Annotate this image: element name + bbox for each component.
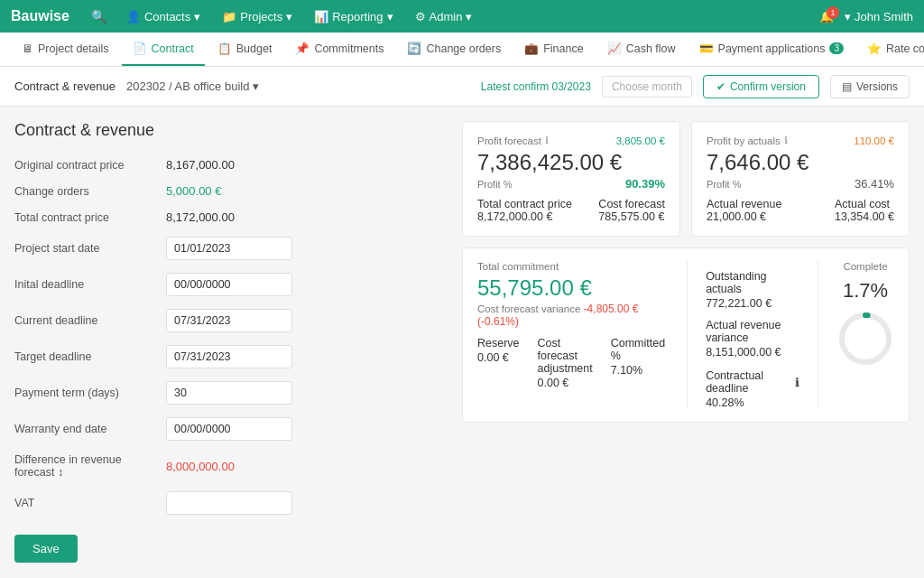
- field-label: Difference in revenue forecast ↕: [14, 453, 159, 479]
- chevron-down-icon: ▾: [194, 10, 200, 23]
- secondary-nav: 🖥 Project details 📄 Contract 📋 Budget 📌 …: [0, 33, 924, 67]
- actual-cost-sub: Actual cost 13,354.00 €: [835, 198, 894, 223]
- field-label: Current deadline: [14, 314, 159, 327]
- profit-forecast-value: 7,386,425.00 €: [477, 150, 622, 175]
- profit-actuals-badge: 110.00 €: [854, 135, 894, 146]
- field-warranty-end-date: Warranty end date: [14, 417, 448, 441]
- tab-project-details[interactable]: 🖥 Project details: [11, 33, 120, 66]
- info-icon[interactable]: ℹ: [784, 135, 788, 146]
- chevron-down-icon: ▾: [286, 10, 292, 23]
- commitment-right: Outstanding actuals 772,221.00 € Actual …: [687, 261, 894, 409]
- save-button[interactable]: Save: [14, 535, 78, 563]
- choose-month[interactable]: Choose month: [602, 76, 692, 98]
- reporting-icon: 📊: [314, 10, 328, 23]
- complete-label: Complete: [843, 261, 887, 272]
- versions-button[interactable]: ▤ Versions: [830, 75, 910, 98]
- budget-icon: 📋: [217, 42, 232, 55]
- payment-term-input[interactable]: [166, 381, 292, 405]
- change-orders-link[interactable]: 5,000.00 €: [166, 184, 221, 198]
- committed-pct-metric: Committed % 7.10%: [611, 335, 665, 389]
- profit-actuals-label: Profit by actuals ℹ: [707, 135, 788, 146]
- tab-change-orders[interactable]: 🔄 Change orders: [396, 33, 512, 66]
- field-initial-deadline: Inital deadline: [14, 273, 448, 296]
- field-project-start-date: Project start date: [14, 237, 448, 260]
- field-target-deadline: Target deadline: [14, 345, 448, 368]
- field-vat: VAT: [14, 491, 448, 515]
- contract-icon: 📄: [133, 42, 147, 55]
- field-label: Inital deadline: [14, 278, 159, 291]
- svg-point-0: [842, 315, 889, 362]
- latest-confirm[interactable]: Latest confirm 03/2023: [481, 80, 591, 93]
- profit-forecast-label: Profit forecast ℹ: [477, 135, 549, 146]
- tab-rate-contractors[interactable]: ⭐ Rate contractors: [856, 33, 924, 66]
- chevron-down-icon: ▾: [253, 79, 259, 93]
- profit-actuals-header: Profit by actuals ℹ 110.00 €: [707, 135, 894, 146]
- current-deadline-input[interactable]: [166, 309, 292, 332]
- outstanding-actuals-metric: Outstanding actuals 772,221.00 €: [706, 268, 799, 310]
- contacts-icon: 👤: [126, 10, 141, 23]
- profit-actuals-value: 7,646.00 €: [707, 150, 808, 175]
- profit-actuals-card: Profit by actuals ℹ 110.00 € 7,646.00 € …: [691, 121, 910, 237]
- nav-projects[interactable]: 📁 Projects ▾: [213, 6, 301, 27]
- tab-payment-applications[interactable]: 💳 Payment applications 3: [688, 33, 855, 66]
- field-label: Target deadline: [14, 350, 159, 363]
- field-label: Total contract price: [14, 211, 159, 224]
- user-menu[interactable]: ▾ John Smith: [845, 10, 913, 23]
- payment-icon: 💳: [699, 42, 714, 55]
- nav-reporting[interactable]: 📊 Reporting ▾: [305, 6, 402, 27]
- notification-bell[interactable]: 🔔 1: [819, 10, 834, 23]
- complete-section: Complete 1.7%: [818, 261, 894, 409]
- left-panel: Contract & revenue Original contract pri…: [14, 121, 448, 564]
- profit-forecast-header: Profit forecast ℹ 3,805.00 €: [477, 135, 665, 146]
- field-label: Project start date: [14, 242, 159, 255]
- profit-pct-label: Profit %: [477, 179, 513, 190]
- section-title: Contract & revenue: [14, 121, 448, 140]
- warranty-end-date-input[interactable]: [166, 417, 292, 441]
- toolbar: Contract & revenue 202302 / AB office bu…: [0, 67, 924, 107]
- vat-input[interactable]: [166, 491, 292, 515]
- profit-forecast-value-row: 7,386,425.00 €: [477, 150, 665, 177]
- target-deadline-input[interactable]: [166, 345, 292, 368]
- projects-icon: 📁: [222, 10, 236, 23]
- payment-badge: 3: [829, 42, 844, 54]
- project-selector[interactable]: 202302 / AB office build ▾: [126, 79, 259, 93]
- field-label: Original contract price: [14, 159, 159, 172]
- tab-cash-flow[interactable]: 📈 Cash flow: [596, 33, 687, 66]
- field-total-contract-price: Total contract price 8,172,000.00: [14, 210, 448, 224]
- tab-finance[interactable]: 💼 Finance: [513, 33, 594, 66]
- check-icon: ✔: [716, 80, 725, 93]
- profit-forecast-sub: Total contract price 8,172,000.00 € Cost…: [477, 198, 665, 223]
- nav-contacts[interactable]: 👤 Contacts ▾: [117, 6, 209, 27]
- tab-budget[interactable]: 📋 Budget: [207, 33, 283, 66]
- nav-admin[interactable]: ⚙ Admin ▾: [406, 6, 482, 27]
- profit-forecast-card: Profit forecast ℹ 3,805.00 € 7,386,425.0…: [462, 121, 680, 237]
- diff-revenue-value: 8,000,000.00: [166, 460, 235, 473]
- profit-metrics-row: Profit forecast ℹ 3,805.00 € 7,386,425.0…: [462, 121, 910, 237]
- cash-flow-icon: 📈: [607, 42, 622, 55]
- info-icon[interactable]: ℹ: [545, 135, 549, 146]
- chevron-down-icon: ▾: [845, 10, 851, 23]
- top-nav: Bauwise 🔍 👤 Contacts ▾ 📁 Projects ▾ 📊 Re…: [0, 0, 924, 33]
- profit-actuals-value-row: 7,646.00 €: [707, 150, 894, 177]
- commitment-sub-metrics: Reserve 0.00 € Cost forecast adjustment …: [477, 335, 665, 389]
- field-label: VAT: [14, 497, 159, 509]
- complete-value: 1.7%: [843, 279, 888, 303]
- info-icon[interactable]: ℹ: [795, 376, 799, 389]
- field-current-deadline: Current deadline: [14, 309, 448, 332]
- toolbar-title: Contract & revenue: [14, 79, 116, 93]
- tab-contract[interactable]: 📄 Contract: [122, 33, 205, 66]
- project-start-date-input[interactable]: [166, 237, 292, 260]
- brand-logo: Bauwise: [11, 8, 69, 24]
- nav-items: 👤 Contacts ▾ 📁 Projects ▾ 📊 Reporting ▾ …: [117, 6, 812, 27]
- initial-deadline-input[interactable]: [166, 273, 292, 296]
- change-orders-icon: 🔄: [407, 42, 421, 55]
- tab-commitments[interactable]: 📌 Commitments: [284, 33, 394, 66]
- chevron-down-icon: ▾: [466, 10, 472, 23]
- cost-forecast-adj-metric: Cost forecast adjustment 0.00 €: [538, 335, 593, 389]
- field-value: 8,172,000.00: [166, 210, 235, 224]
- confirm-version-button[interactable]: ✔ Confirm version: [703, 75, 819, 98]
- search-icon[interactable]: 🔍: [88, 5, 110, 27]
- notification-badge: 1: [827, 6, 839, 19]
- field-label: Payment term (days): [14, 387, 159, 399]
- field-original-contract-price: Original contract price 8,167,000.00: [14, 158, 448, 172]
